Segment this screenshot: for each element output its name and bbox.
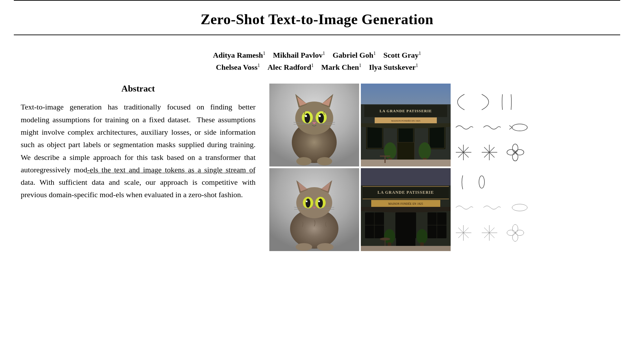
sketch-shape-6c (506, 223, 525, 242)
author-mikhail-pavlov: Mikhail Pavlov (273, 51, 323, 59)
svg-point-12 (319, 115, 321, 117)
affiliation-1f: 1 (311, 63, 314, 68)
sketch-shape-6b (480, 223, 499, 242)
paper-title: Zero-Shot Text-to-Image Generation (14, 11, 620, 28)
page-container: Zero-Shot Text-to-Image Generation Adity… (0, 0, 634, 265)
patisserie-photo-bottom-right: LA GRANDE PATISSERIE MAISON FONDÉE EN 19… (361, 168, 451, 251)
svg-rect-81 (361, 246, 451, 251)
affiliation-1: 1 (263, 51, 266, 56)
svg-point-96 (516, 150, 524, 155)
authors-line-1: Aditya Ramesh1 Mikhail Pavlov1 Gabriel G… (14, 49, 620, 61)
main-content: Abstract Text-to-image generation has tr… (0, 84, 634, 265)
sketch-group-1 (454, 93, 530, 112)
sketch-shape-1c (499, 93, 515, 112)
author-scott-gray: Scott Gray (383, 51, 419, 59)
affiliation-1e: 1 (258, 63, 260, 68)
sketch-group-4 (454, 173, 530, 192)
svg-rect-37 (361, 160, 451, 166)
left-column: Abstract Text-to-image generation has tr… (21, 84, 256, 251)
svg-point-58 (296, 243, 312, 251)
svg-point-109 (507, 230, 515, 236)
sketch-shape-1a (454, 93, 470, 112)
cat-image-svg-2 (269, 168, 359, 251)
affiliation-1c: 1 (373, 51, 376, 56)
abstract-body: Text-to-image generation has traditional… (21, 101, 256, 201)
sketch-group-2 (454, 122, 530, 133)
affiliation-1b: 1 (323, 51, 325, 56)
sketch-shape-5b (482, 202, 502, 213)
svg-point-95 (507, 150, 515, 155)
sketch-shape-2c (509, 122, 530, 133)
svg-point-83 (380, 238, 390, 240)
sketch-shape-5c (509, 202, 530, 213)
svg-point-35 (419, 142, 431, 160)
svg-point-77 (384, 229, 395, 244)
sketch-shape-4a (454, 173, 468, 192)
svg-point-84 (512, 124, 527, 131)
sketch-shape-3c (506, 143, 525, 162)
title-section: Zero-Shot Text-to-Image Generation (0, 1, 634, 35)
author-chelsea-voss: Chelsea Voss (216, 63, 257, 71)
affiliation-1g: 1 (359, 63, 362, 68)
sketch-shape-4b (475, 173, 489, 192)
author-alec-radford: Alec Radford (268, 63, 311, 71)
sketch-group-3 (454, 143, 530, 162)
sketch-shape-2b (482, 122, 502, 133)
right-section: LA GRANDE PATISSERIE MAISON FONDÉE EN 19… (269, 84, 534, 251)
abstract-paragraph: Text-to-image generation has traditional… (21, 101, 256, 201)
photo-grid: LA GRANDE PATISSERIE MAISON FONDÉE EN 19… (269, 84, 451, 251)
svg-point-33 (384, 142, 396, 160)
sketch-column (451, 84, 534, 251)
svg-point-110 (516, 230, 524, 236)
abstract-underlined-text: -els the text and image tokens as a sing… (87, 165, 256, 174)
sketch-shape-2a (454, 122, 475, 133)
patisserie-image-svg-2: LA GRANDE PATISSERIE MAISON FONDÉE EN 19… (361, 168, 451, 251)
svg-point-9 (305, 113, 310, 123)
author-aditya-ramesh: Aditya Ramesh (213, 51, 263, 59)
svg-point-52 (318, 201, 320, 202)
authors-section: Aditya Ramesh1 Mikhail Pavlov1 Gabriel G… (0, 35, 634, 84)
svg-point-108 (512, 233, 518, 241)
sketch-shape-3a (454, 143, 473, 162)
sketch-group-5 (454, 202, 530, 213)
sketch-shape-1b (477, 93, 492, 112)
svg-point-94 (512, 153, 518, 161)
sketch-shape-3b (480, 143, 499, 162)
svg-point-19 (317, 157, 332, 165)
svg-text:MAISON FONDÉE EN 1925: MAISON FONDÉE EN 1925 (388, 202, 423, 205)
author-ilya-sutskever: Ilya Sutskever (369, 63, 416, 71)
affiliation-1d: 1 (419, 51, 421, 56)
sketch-group-6 (454, 223, 530, 242)
svg-point-11 (305, 115, 307, 117)
cat-image-svg-1 (269, 84, 359, 166)
svg-point-50 (318, 199, 323, 208)
svg-point-98 (512, 204, 527, 211)
svg-rect-66 (363, 199, 449, 199)
svg-point-79 (416, 229, 428, 244)
sketch-shape-5a (454, 202, 475, 213)
author-mark-chen: Mark Chen (321, 63, 359, 71)
svg-rect-73 (396, 229, 415, 247)
svg-point-97 (479, 176, 484, 188)
svg-rect-65 (363, 186, 449, 187)
svg-point-10 (318, 113, 324, 123)
svg-rect-31 (429, 126, 444, 148)
patisserie-image-svg-1: LA GRANDE PATISSERIE MAISON FONDÉE EN 19… (361, 84, 451, 166)
sketch-shape-6a (454, 223, 473, 242)
patisserie-photo-top-right: LA GRANDE PATISSERIE MAISON FONDÉE EN 19… (361, 84, 451, 166)
svg-text:LA GRANDE PATISSERIE: LA GRANDE PATISSERIE (377, 190, 434, 195)
cat-photo-top-left (269, 84, 359, 166)
svg-point-107 (512, 224, 518, 233)
svg-text:LA GRANDE PATISSERIE: LA GRANDE PATISSERIE (380, 109, 432, 113)
authors-line-2: Chelsea Voss1 Alec Radford1 Mark Chen1 I… (14, 61, 620, 73)
svg-rect-27 (367, 126, 382, 148)
author-gabriel-goh: Gabriel Goh (333, 51, 373, 59)
svg-point-51 (306, 201, 308, 202)
cat-photo-bottom-left (269, 168, 359, 251)
svg-text:MAISON FONDÉE EN 1925: MAISON FONDÉE EN 1925 (391, 119, 420, 122)
abstract-heading: Abstract (21, 84, 256, 94)
svg-point-18 (296, 157, 311, 165)
svg-point-59 (317, 243, 334, 251)
svg-point-49 (306, 199, 310, 208)
svg-rect-61 (361, 168, 451, 187)
